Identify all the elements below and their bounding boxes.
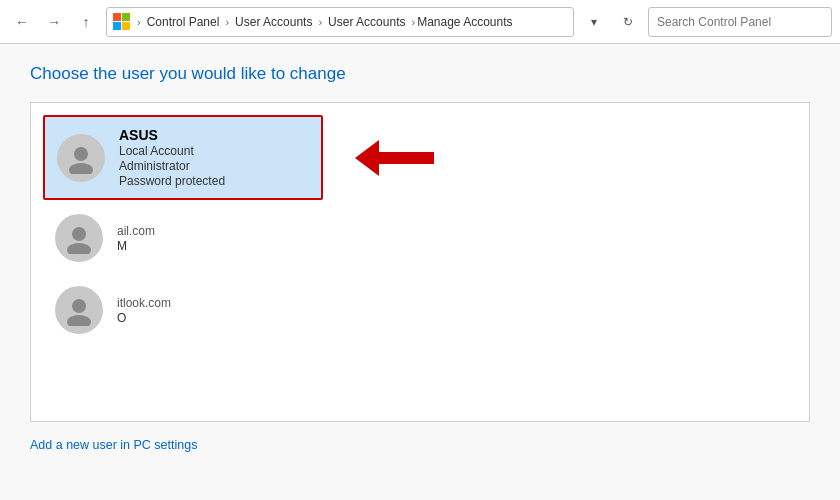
svg-point-8 [72,299,86,313]
arrow-body-icon [379,152,434,164]
windows-logo-icon [113,13,131,31]
nav-icons: ← → ↑ [8,8,100,36]
account-password-protected: Password protected [119,174,225,188]
address-right: ▾ ↻ [580,7,832,37]
breadcrumb-control-panel[interactable]: Control Panel [143,13,224,31]
search-input[interactable] [648,7,832,37]
up-button[interactable]: ↑ [72,8,100,36]
breadcrumb-sep-3: › [411,16,415,28]
page-title: Choose the user you would like to change [30,64,810,84]
account-item-asus[interactable]: ASUS Local Account Administrator Passwor… [43,115,323,200]
back-button[interactable]: ← [8,8,36,36]
account-email-3: itlook.com [117,296,171,310]
arrow-head-icon [355,140,379,176]
breadcrumb-sep-0: › [137,16,141,28]
svg-rect-2 [113,22,121,30]
breadcrumb-manage-accounts: Manage Accounts [417,15,512,29]
svg-rect-3 [122,22,130,30]
account-item-3[interactable]: itlook.com O [43,276,797,344]
red-arrow [355,140,434,176]
user-icon-3 [63,294,95,326]
avatar-2 [55,214,103,262]
svg-point-9 [67,315,91,326]
account-line-3: O [117,311,171,325]
account-administrator: Administrator [119,159,225,173]
breadcrumb-sep-1: › [225,16,229,28]
breadcrumb-user-accounts-1[interactable]: User Accounts [231,13,316,31]
account-details-asus: ASUS Local Account Administrator Passwor… [119,127,225,188]
user-icon-asus [65,142,97,174]
breadcrumb-sep-2: › [318,16,322,28]
svg-point-4 [74,147,88,161]
account-item-2[interactable]: ail.com M [43,204,797,272]
svg-rect-1 [122,13,130,21]
account-details-2: ail.com M [117,224,155,253]
forward-button[interactable]: → [40,8,68,36]
refresh-button[interactable]: ↻ [614,8,642,36]
breadcrumb-bar: › Control Panel › User Accounts › User A… [106,7,574,37]
svg-point-5 [69,163,93,174]
account-line-2: M [117,239,155,253]
avatar-asus [57,134,105,182]
account-email-2: ail.com [117,224,155,238]
user-icon-2 [63,222,95,254]
breadcrumb-user-accounts-2[interactable]: User Accounts [324,13,409,31]
dropdown-button[interactable]: ▾ [580,8,608,36]
account-name-asus: ASUS [119,127,225,143]
avatar-3 [55,286,103,334]
add-user-link[interactable]: Add a new user in PC settings [30,438,197,452]
accounts-panel: ASUS Local Account Administrator Passwor… [30,102,810,422]
address-bar: ← → ↑ › Control Panel › User Accounts › … [0,0,840,44]
svg-point-7 [67,243,91,254]
svg-rect-0 [113,13,121,21]
svg-point-6 [72,227,86,241]
main-content: Choose the user you would like to change… [0,44,840,500]
account-details-3: itlook.com O [117,296,171,325]
account-local-account: Local Account [119,144,225,158]
